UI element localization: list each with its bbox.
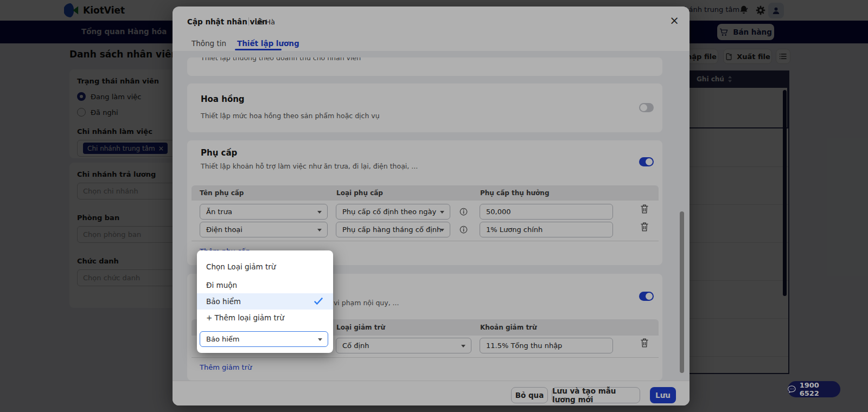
screen: KiotViet Chi nhánh trung tâm [0, 0, 868, 412]
dropdown-item-di-muon[interactable]: Đi muộn [197, 277, 333, 293]
check-icon [314, 297, 323, 305]
deduction-type-dropdown: Chọn Loại giảm trừ Đi muộn Bảo hiểm + Th… [197, 250, 333, 353]
dropdown-item-bao-hiem[interactable]: Bảo hiểm [197, 293, 333, 310]
dropdown-item-add-new[interactable]: + Thêm loại giảm trừ [197, 310, 333, 326]
deduction-name-select-focused[interactable]: Bảo hiểm [200, 331, 328, 347]
dropdown-item-placeholder[interactable]: Chọn Loại giảm trừ [197, 259, 333, 275]
chevron-down-icon [318, 338, 322, 341]
dropdown-backdrop[interactable] [0, 0, 868, 412]
